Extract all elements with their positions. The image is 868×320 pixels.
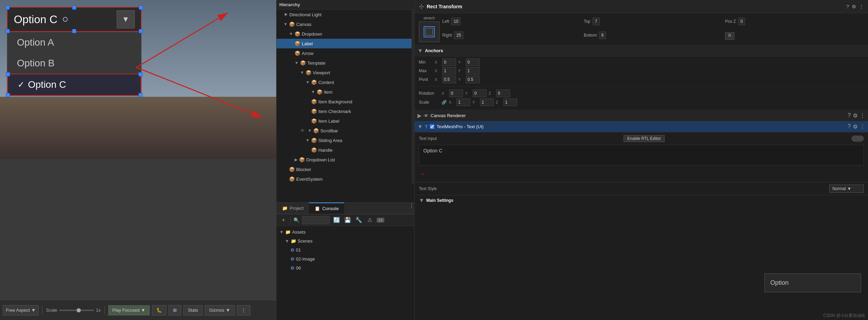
rtl-toggle[interactable]: [851, 135, 864, 142]
project-tab[interactable]: 📁 Project: [277, 203, 309, 214]
field-bottom: Bottom 6: [584, 31, 723, 39]
text-style-dropdown[interactable]: Normal ▼: [829, 185, 864, 193]
panel-tabs-more-icon[interactable]: ⋮: [409, 203, 414, 214]
dropdown-option-a[interactable]: Option A: [7, 32, 141, 53]
dropdown-arrow-button[interactable]: ▼: [117, 10, 135, 28]
bug-btn[interactable]: 🐛: [152, 305, 166, 316]
r-button[interactable]: R: [725, 32, 734, 40]
hierarchy-label-blocker: Blocker: [296, 167, 311, 172]
scale-y-value[interactable]: 1: [480, 98, 494, 106]
hierarchy-item-item-label[interactable]: 📦 Item Label: [277, 116, 412, 126]
hierarchy-item-blocker[interactable]: 📦 Blocker: [277, 164, 412, 174]
rot-y-value[interactable]: 0: [473, 90, 486, 97]
item-icon: 📦: [317, 89, 322, 95]
viewport-expand-icon: ▼: [300, 70, 304, 75]
max-y-value[interactable]: 1: [466, 67, 480, 75]
enable-rtl-button[interactable]: Enable RTL Editor: [624, 135, 665, 142]
refresh-btn[interactable]: 🔄: [332, 216, 341, 224]
hierarchy-item-item-checkmark[interactable]: 📦 Item Checkmark: [277, 106, 412, 116]
hierarchy-item-dropdown-list[interactable]: ▶ 📦 Dropdown List: [277, 155, 412, 164]
canvas-renderer-help-icon[interactable]: ?: [848, 112, 851, 119]
hierarchy-item-scrollbar[interactable]: 👁 ▼ 📦 Scrollbar: [277, 126, 412, 135]
hierarchy-item-item[interactable]: ▼ 📦 Item: [277, 87, 412, 97]
more-options-btn[interactable]: ⋮: [237, 305, 250, 316]
content-expand-icon: ▼: [306, 80, 310, 85]
max-x-value[interactable]: 1: [442, 67, 456, 75]
canvas-renderer-more-icon[interactable]: ⋮: [860, 112, 865, 119]
hierarchy-item-event-system[interactable]: 📦 EventSystem: [277, 174, 412, 184]
anchors-section-header[interactable]: ▼ Anchors: [415, 45, 868, 56]
scale-x-value[interactable]: 1: [456, 98, 470, 106]
console-tab[interactable]: 📋 Console: [309, 203, 344, 214]
hierarchy-item-template[interactable]: ▼ 📦 Template: [277, 58, 412, 68]
right-value[interactable]: 25: [454, 31, 463, 39]
scale-slider[interactable]: [59, 310, 94, 311]
option-annotation-text: Option: [770, 279, 855, 286]
textmeshpro-header[interactable]: ▼ T TextMeshPro - Text (UI) ? ⚙ ⋮: [415, 121, 868, 132]
top-value[interactable]: 7: [592, 18, 600, 25]
warning-btn[interactable]: ⚠: [366, 216, 374, 224]
bottom-value[interactable]: 6: [599, 31, 606, 39]
textmeshpro-settings-icon[interactable]: ⚙: [853, 123, 858, 130]
scene-01[interactable]: ⚙ 01: [277, 245, 414, 254]
hierarchy-item-viewport[interactable]: ▼ 📦 Viewport: [277, 68, 412, 77]
min-y-label: Y: [458, 60, 464, 64]
anchor-handle-tr: [139, 6, 143, 10]
anchor-handle-tl: [6, 6, 10, 10]
hierarchy-label-dropdown: Dropdown: [302, 31, 322, 37]
play-focused-btn[interactable]: Play Focused ▼: [108, 305, 150, 316]
textmeshpro-help-icon[interactable]: ?: [848, 123, 851, 130]
project-search-input[interactable]: [302, 216, 330, 224]
canvas-renderer-header[interactable]: ▶ 👁 Canvas Renderer ? ⚙ ⋮: [415, 110, 868, 121]
pivot-x-value[interactable]: 0.5: [442, 76, 456, 83]
rot-z-value[interactable]: 0: [496, 90, 510, 97]
dropdown-option-b[interactable]: Option B: [7, 53, 141, 74]
hierarchy-item-content[interactable]: ▼ 📦 Content: [277, 77, 412, 87]
assets-folder[interactable]: ▼ 📁 Assets: [277, 227, 414, 236]
stats-btn[interactable]: Stats: [183, 305, 203, 316]
textmeshpro-checkbox[interactable]: [430, 124, 434, 129]
hierarchy-item-dropdown[interactable]: ▼ 📦 Dropdown: [277, 29, 412, 39]
textmeshpro-more-icon[interactable]: ⋮: [860, 123, 865, 130]
dropdown-header[interactable]: Option C ▼: [7, 7, 142, 32]
stretch-box: [419, 21, 440, 42]
main-settings-header[interactable]: ▼ Main Settings: [415, 195, 868, 206]
scenes-folder[interactable]: ▼ 📁 Scenes: [277, 236, 414, 245]
hierarchy-item-item-background[interactable]: 📦 Item Background: [277, 97, 412, 106]
inspector-settings-icon[interactable]: ⚙: [852, 4, 856, 9]
scene-06[interactable]: ⚙ 06: [277, 263, 414, 272]
scene-02-image[interactable]: ⚙ 02-Image: [277, 254, 414, 263]
min-x-value[interactable]: 0: [442, 58, 456, 66]
inspector-help-icon[interactable]: ?: [846, 4, 849, 9]
sliding-expand-icon: ▼: [306, 138, 310, 143]
canvas-renderer-settings-icon[interactable]: ⚙: [853, 112, 858, 119]
min-y-value[interactable]: 0: [466, 58, 480, 66]
grid-btn[interactable]: ⊞: [168, 305, 181, 316]
text-input-display[interactable]: Option C: [419, 145, 864, 166]
hierarchy-item-handle[interactable]: 📦 Handle: [277, 145, 412, 155]
scale-x-label: X: [449, 100, 454, 104]
filter-btn[interactable]: 🔧: [355, 216, 363, 224]
scale-z-value[interactable]: 1: [503, 98, 517, 106]
left-value[interactable]: 10: [451, 18, 461, 25]
inspector-header: ⊹ Rect Transform ? ⚙ ⋮: [415, 0, 868, 13]
hierarchy-item-directional-light[interactable]: ☀ Directional Light: [277, 10, 412, 19]
gizmos-btn[interactable]: Gizmos ▼: [205, 305, 235, 316]
add-button[interactable]: +: [279, 216, 288, 224]
inspector-more-icon[interactable]: ⋮: [859, 4, 864, 9]
dropdown-option-c[interactable]: ✓ Option C: [7, 74, 141, 96]
pivot-y-value[interactable]: 0.5: [466, 76, 480, 83]
pos-z-value[interactable]: 0: [738, 18, 745, 25]
aspect-dropdown[interactable]: Free Aspect ▼: [3, 305, 39, 316]
hierarchy-label-item: Item: [324, 90, 332, 95]
hierarchy-scrollbar[interactable]: [412, 10, 414, 184]
save-btn[interactable]: 💾: [344, 216, 352, 224]
hierarchy-item-arrow[interactable]: 📦 Arrow: [277, 48, 412, 58]
textmeshpro-title: TextMeshPro - Text (UI): [436, 124, 483, 129]
hierarchy-item-canvas[interactable]: ▼ 📦 Canvas: [277, 19, 412, 29]
hierarchy-item-label[interactable]: 📦 Label: [277, 39, 412, 48]
hierarchy-item-sliding-area[interactable]: ▼ 📦 Sliding Area: [277, 135, 412, 145]
project-tab-icon: 📁: [282, 206, 288, 211]
scale-row-label: Scale: [419, 100, 440, 105]
rot-x-value[interactable]: 0: [449, 90, 463, 97]
